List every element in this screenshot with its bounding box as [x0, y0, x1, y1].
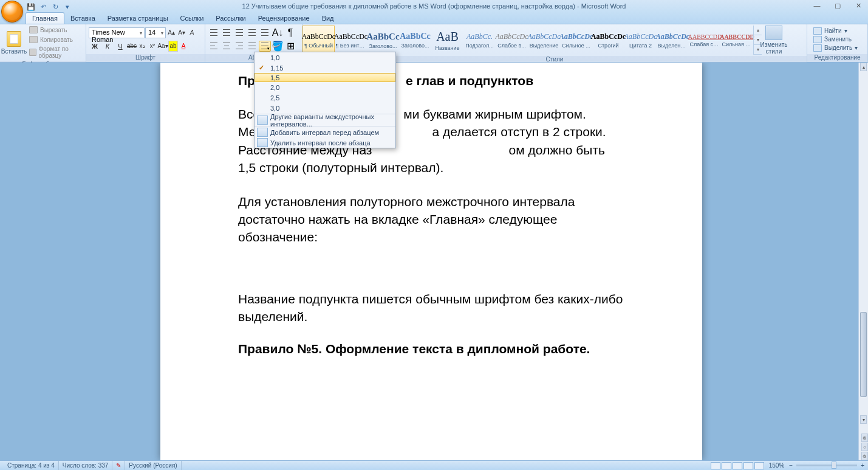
paste-button[interactable]: Вставить — [2, 29, 26, 57]
cut-button[interactable]: Вырезать — [28, 26, 83, 34]
replace-label: Заменить — [824, 36, 852, 43]
maximize-button[interactable]: ▢ — [830, 1, 845, 10]
justify-button[interactable] — [246, 41, 258, 52]
status-proofing[interactable]: ✎ — [112, 461, 125, 470]
borders-button[interactable]: ⊞ — [284, 41, 296, 52]
align-right-button[interactable] — [233, 41, 245, 52]
style-item-1[interactable]: AaBbCcDc¶ Без инте... — [335, 26, 367, 55]
prev-page-button[interactable]: ⊚ — [861, 434, 868, 442]
grow-font-button[interactable]: A▴ — [166, 27, 176, 38]
vertical-scrollbar[interactable]: ▴ ▾ ⊚ ○ ⊚ — [858, 63, 868, 460]
style-item-4[interactable]: AaBНазвание — [431, 26, 463, 55]
multilevel-button[interactable] — [233, 27, 245, 38]
zoom-level[interactable]: 150% — [769, 462, 785, 469]
superscript-button[interactable]: x² — [148, 41, 157, 52]
status-words[interactable]: Число слов: 337 — [59, 461, 113, 470]
font-color-button[interactable]: A — [179, 41, 188, 52]
spacing-option-1-0[interactable]: 1,0 — [255, 52, 395, 63]
scroll-thumb[interactable] — [860, 312, 867, 397]
font-size-combo[interactable]: 14▾ — [145, 27, 166, 38]
select-button[interactable]: Выделить ▾ — [813, 44, 858, 52]
change-case-button[interactable]: Aa▾ — [158, 41, 168, 52]
spacing-other[interactable]: Другие варианты междустрочных интервалов… — [255, 115, 395, 125]
ribbon-tabs: ГлавнаяВставкаРазметка страницыСсылкиРас… — [0, 12, 868, 24]
tab-главная[interactable]: Главная — [26, 12, 64, 24]
style-item-13[interactable]: AABBCCDDСильная с... — [721, 26, 753, 55]
style-item-11[interactable]: AaBbCcDcВыделенн... — [657, 26, 689, 55]
minimize-button[interactable]: — — [810, 1, 824, 10]
style-item-9[interactable]: AaBbCcDcСтрогий — [592, 26, 624, 55]
align-left-button[interactable] — [208, 41, 220, 52]
tab-рассылки[interactable]: Рассылки — [210, 13, 251, 24]
highlight-button[interactable]: ab — [168, 41, 178, 52]
print-layout-view[interactable] — [711, 462, 720, 469]
redo-button[interactable]: ↻ — [50, 2, 61, 12]
fullscreen-view[interactable] — [722, 462, 731, 469]
zoom-slider[interactable] — [796, 465, 857, 466]
styles-scroll-up[interactable]: ▴ — [754, 26, 762, 35]
tab-ссылки[interactable]: Ссылки — [174, 13, 210, 24]
select-label: Выделить — [824, 44, 852, 51]
web-layout-view[interactable] — [733, 462, 742, 469]
draft-view[interactable] — [754, 462, 764, 469]
browse-object-button[interactable]: ○ — [861, 443, 868, 451]
style-item-5[interactable]: AaBbCc.Подзагол... — [463, 26, 496, 55]
page[interactable]: Пре глав и подпунктов Всеми буквами жирн… — [160, 63, 702, 460]
font-family-combo[interactable]: Times New Roman▾ — [89, 27, 145, 38]
spacing-addBefore[interactable]: Добавить интервал перед абзацем — [255, 127, 395, 137]
sort-button[interactable]: A↓ — [272, 27, 284, 38]
office-button[interactable] — [1, 1, 23, 22]
align-center-button[interactable] — [220, 41, 233, 52]
save-button[interactable]: 💾 — [26, 2, 36, 12]
change-styles-label: Изменить стили — [760, 41, 787, 55]
numbering-button[interactable] — [220, 27, 233, 38]
zoom-in-button[interactable]: + — [861, 462, 864, 469]
tab-рецензирование[interactable]: Рецензирование — [252, 13, 316, 24]
style-item-0[interactable]: AaBbCcDc¶ Обычный — [302, 26, 335, 55]
spacing-option-2-0[interactable]: 2,0 — [255, 82, 395, 92]
replace-button[interactable]: Заменить — [813, 36, 858, 43]
scroll-down-button[interactable]: ▾ — [860, 415, 867, 424]
spacing-removeAfter[interactable]: Удалить интервал после абзаца — [255, 137, 395, 148]
format-painter-button[interactable]: Формат по образцу — [28, 45, 83, 60]
status-language[interactable]: Русский (Россия) — [125, 461, 181, 470]
font-size-value: 14 — [148, 29, 155, 36]
zoom-thumb[interactable] — [832, 461, 836, 469]
style-item-3[interactable]: AaBbCcЗаголово... — [399, 26, 431, 55]
line-spacing-button[interactable]: ▾ — [259, 41, 271, 52]
show-marks-button[interactable]: ¶ — [284, 27, 296, 38]
spacing-option-2-5[interactable]: 2,5 — [255, 92, 395, 103]
style-item-7[interactable]: AaBbCcDcВыделение — [528, 26, 560, 55]
shading-button[interactable]: 🪣 — [272, 41, 284, 52]
shrink-font-button[interactable]: A▾ — [177, 27, 186, 38]
spacing-option-3-0[interactable]: 3,0 — [255, 103, 395, 113]
tab-вставка[interactable]: Вставка — [64, 13, 101, 24]
zoom-out-button[interactable]: − — [789, 462, 793, 469]
tab-вид[interactable]: Вид — [316, 13, 340, 24]
outline-view[interactable] — [743, 462, 753, 469]
spacing-option-1-15[interactable]: 1,15 — [255, 63, 395, 73]
style-item-2[interactable]: AaBbCcЗаголово... — [367, 26, 399, 55]
underline-button[interactable]: Ч — [114, 41, 126, 52]
subscript-button[interactable]: x₂ — [137, 41, 147, 52]
style-item-6[interactable]: AaBbCcDcСлабое в... — [496, 26, 528, 55]
bullets-button[interactable] — [208, 27, 220, 38]
strikethrough-button[interactable]: abc — [127, 41, 137, 52]
undo-button[interactable]: ↶ — [38, 2, 49, 12]
style-item-8[interactable]: AaBbCcDcСильное ... — [560, 26, 592, 55]
next-page-button[interactable]: ⊚ — [861, 452, 868, 460]
spacing-option-1-5[interactable]: 1,5 — [255, 73, 395, 82]
increase-indent-button[interactable] — [259, 27, 271, 38]
clear-formatting-button[interactable]: A — [187, 27, 197, 38]
close-button[interactable]: ✕ — [851, 1, 866, 10]
change-styles-button[interactable]: Изменить стили — [762, 24, 786, 56]
style-item-10[interactable]: AaBbCcDcЦитата 2 — [624, 26, 657, 55]
copy-button[interactable]: Копировать — [28, 35, 83, 44]
tab-разметка-страницы[interactable]: Разметка страницы — [101, 13, 174, 24]
qat-customize[interactable]: ▾ — [62, 2, 73, 12]
find-button[interactable]: Найти ▾ — [813, 27, 858, 35]
scroll-up-button[interactable]: ▴ — [860, 63, 867, 71]
style-item-12[interactable]: AABBCCDDСлабая сс... — [689, 26, 721, 55]
decrease-indent-button[interactable] — [246, 27, 258, 38]
status-page[interactable]: Страница: 4 из 4 — [4, 461, 59, 470]
